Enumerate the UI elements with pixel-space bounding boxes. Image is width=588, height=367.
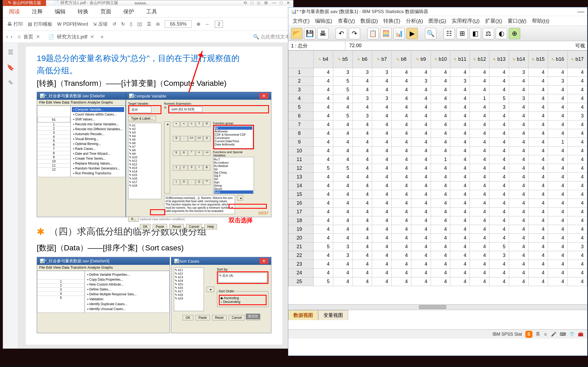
transform-menu-item[interactable]: ▪ Random Number Generators... — [72, 166, 124, 171]
sort-variable-list[interactable]: ✎ b11✎ b12✎ b13✎ b14✎ b15✎ b16✎ b17✎ b18… — [174, 268, 204, 311]
sort-by-value[interactable]: ✎ 总分 (A) — [218, 273, 267, 283]
reset-button[interactable]: Reset — [169, 224, 184, 229]
calculator-keypad[interactable]: +<>789-<=>=456*=~=123/&|0.()** — [173, 122, 210, 193]
ribbon-page[interactable]: 页面 — [94, 5, 117, 18]
view-single-icon[interactable]: ▯ — [130, 21, 132, 27]
menu-E[interactable]: 编辑(E) — [312, 16, 335, 26]
if-button[interactable]: If... — [128, 216, 139, 222]
weight-icon[interactable]: ⚖ — [483, 28, 494, 39]
transform-menu-item[interactable]: ▪ Shift Values... — [72, 117, 124, 122]
minimize-icon[interactable]: — — [577, 7, 584, 16]
transform-menu-item[interactable]: ▪ Visual Binning... — [72, 137, 124, 141]
box-icon[interactable]: □ — [251, 0, 253, 5]
cancel-button[interactable]: Cancel — [229, 315, 245, 320]
select-icon[interactable]: ◐ — [496, 28, 507, 39]
close-tab-icon[interactable]: ✕ — [36, 34, 40, 40]
move-function-button[interactable]: ▴ — [237, 195, 243, 201]
target-variable-input[interactable]: 总分 — [130, 107, 151, 113]
transform-menu-item[interactable]: ▪ Recode into Same Variables... — [72, 122, 124, 127]
menu-item[interactable]: Transform — [71, 265, 87, 270]
menu-item[interactable]: View — [53, 100, 61, 105]
pdf-to-word-button[interactable]: W PDF转Word — [57, 21, 88, 27]
close-tab-icon[interactable]: ✕ — [90, 34, 94, 40]
redo-icon[interactable]: ↷ — [349, 28, 360, 39]
diamond-icon[interactable]: ◇ — [257, 0, 260, 5]
print-icon[interactable]: 🖶 — [317, 28, 329, 39]
goto-var-icon[interactable]: 🧮 — [380, 28, 392, 39]
function-list[interactable]: Rv.TRv.UniformRv.WeibullSdSig.ChisqSig.F… — [213, 157, 254, 193]
goto-case-icon[interactable]: 📋 — [367, 28, 379, 39]
transform-menu-item[interactable]: ▪ Recode into Different Variables... — [72, 127, 124, 132]
ribbon-annotate[interactable]: 注释 — [26, 5, 49, 18]
back-nav-icon[interactable]: ‹ — [6, 34, 8, 40]
menu-item[interactable]: Graphs — [101, 265, 113, 270]
cell-name[interactable]: 1 : 总分 — [288, 41, 345, 50]
split-icon[interactable]: ◧ — [470, 28, 481, 39]
help-button[interactable]: Help — [204, 224, 217, 229]
zoom-in-icon[interactable]: ⊕ — [197, 21, 200, 27]
menu-item[interactable]: Analyze — [88, 265, 100, 270]
function-group-list[interactable]: AllArithmeticCDF & Noncentral CDFConvers… — [214, 126, 253, 148]
undo-icon[interactable]: ↶ — [336, 28, 347, 39]
menu-item[interactable]: Transform — [71, 100, 87, 105]
transform-menu-item[interactable]: ▪ Create Time Series... — [72, 156, 124, 161]
mic-icon[interactable]: 🎤 — [551, 332, 556, 337]
descending-radio[interactable]: ○ Descending — [220, 300, 265, 304]
menu-X[interactable]: 扩展(X) — [482, 16, 505, 26]
annotation-icon[interactable]: ✎ — [8, 79, 13, 86]
ok-button[interactable]: OK — [140, 224, 151, 229]
cell-value[interactable]: 72.00 — [345, 42, 365, 50]
menu-item[interactable]: File — [39, 265, 45, 270]
keyboard-icon[interactable]: ⌨ — [560, 332, 566, 337]
variable-view-tab[interactable]: 变量视图 — [318, 310, 348, 320]
transform-menu-item[interactable]: ▪ Rank Cases... — [72, 146, 124, 151]
minimize-icon[interactable]: — — [272, 0, 276, 5]
menu-W[interactable]: 窗口(W) — [505, 16, 529, 26]
menu-item[interactable]: Analyze — [88, 100, 100, 105]
variables-icon[interactable]: 📊 — [393, 28, 405, 39]
transform-menu-item[interactable]: ▪ Replace Missing Values... — [72, 161, 124, 166]
skin-icon[interactable]: 👕 — [569, 332, 575, 337]
maximize-icon[interactable]: □ — [280, 0, 283, 5]
ribbon-edit[interactable]: 编辑 — [49, 5, 72, 18]
sogou-ime-icon[interactable]: S — [525, 331, 532, 338]
spss-data-grid[interactable]: ✎ b4✎ b5✎ b6✎ b7✎ b8✎ b9✎ b10✎ b11✎ b12✎… — [288, 50, 587, 304]
ribbon-tools[interactable]: 工具 — [140, 5, 163, 18]
menu-item[interactable]: Graphs — [101, 100, 113, 105]
ok-button[interactable]: OK — [183, 315, 193, 320]
data-view-tab[interactable]: 数据视图 — [288, 310, 318, 320]
add-tab-icon[interactable]: ＋ — [100, 34, 105, 40]
transform-menu-item[interactable]: ▪ Optimal Binning... — [72, 141, 124, 146]
ascending-radio[interactable]: ◉ Ascending — [220, 296, 265, 300]
transform-menu-item[interactable]: ▪ Count Values within Cases... — [72, 112, 124, 117]
document-tab[interactable]: 📄 研究方法1.pdf ✕ — [45, 32, 97, 41]
paste-button[interactable]: Paste — [153, 224, 167, 229]
menu-item[interactable]: View — [53, 265, 61, 270]
menu-item[interactable]: Data — [62, 265, 69, 270]
move-right-button[interactable]: ▸ — [164, 122, 170, 193]
type-label-button[interactable]: Type & Label... — [128, 116, 156, 121]
view-double-icon[interactable]: ▯▯ — [137, 21, 142, 27]
paste-button[interactable]: Paste — [195, 315, 210, 320]
value-labels-icon[interactable]: ⊕ — [509, 28, 520, 39]
menu-V[interactable]: 查看(V) — [335, 16, 358, 26]
dialog-close-icon[interactable]: ✕ — [259, 93, 268, 99]
menu-F[interactable]: 文件(F) — [290, 16, 312, 26]
menu-H[interactable]: 帮助(H) — [529, 16, 552, 26]
view-continuous-icon[interactable]: ☰ — [147, 21, 151, 27]
reset-button[interactable]: Reset — [212, 315, 226, 320]
menu-item[interactable]: Edit — [46, 265, 52, 270]
insert-case-icon[interactable]: ☷ — [443, 28, 455, 39]
ribbon-read[interactable]: 阅读 — [3, 5, 26, 18]
emoji-icon[interactable]: ☺ — [543, 332, 548, 337]
menu-U[interactable]: 实用程序(U) — [449, 16, 482, 26]
transform-menu-item[interactable]: ▪ Date and Time Wizard... — [72, 151, 124, 156]
forward-nav-icon[interactable]: › — [11, 34, 12, 40]
compress-button[interactable]: ⇲ 压缩 — [93, 21, 108, 27]
save-icon[interactable]: 💾 — [304, 28, 316, 39]
search-placeholder[interactable]: 🔍 点此查找文本 — [253, 34, 290, 40]
insert-var-icon[interactable]: ⊞ — [457, 28, 468, 39]
home-tab[interactable]: ⌂ 首页 ✕ — [15, 32, 43, 41]
sync-icon[interactable]: ⟲ — [243, 0, 247, 5]
toolbox-icon[interactable]: 🧰 — [578, 332, 583, 337]
